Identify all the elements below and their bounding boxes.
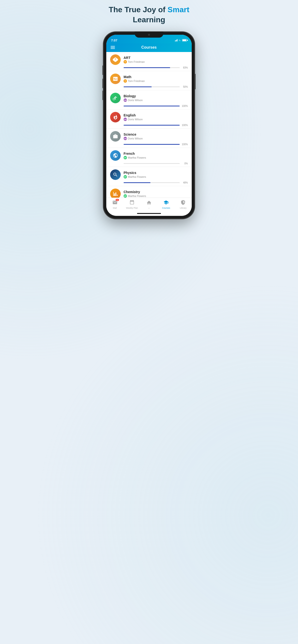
status-time: 7:07 [111, 38, 117, 42]
course-info: Chemistry MF Martha Flowers [123, 190, 188, 198]
course-icon-globe [110, 150, 121, 161]
nav-icon-mail: 11 [112, 200, 117, 206]
battery-icon [182, 39, 187, 42]
menu-icon[interactable] [111, 46, 115, 49]
bottom-nav: 11 Mail Weekly Plan • Courses Library [106, 198, 192, 212]
course-name: Math [123, 75, 188, 79]
course-info: Physics MF Martha Flowers [123, 171, 188, 178]
course-name: Chemistry [123, 190, 188, 194]
signal-bar-3 [176, 40, 177, 42]
course-top: Biology DW Doris Wilson [110, 93, 188, 103]
teacher-name: Martha Flowers [128, 176, 146, 178]
course-name: Physics [123, 171, 188, 175]
nav-item-weekly[interactable]: Weekly Plan [123, 200, 140, 209]
wifi-icon: ∿ [179, 39, 181, 42]
teacher-name: Doris Wilson [128, 137, 143, 140]
teacher-avatar: TF [123, 79, 127, 83]
course-icon-flame [110, 112, 121, 122]
nav-label-library: Library [180, 207, 187, 209]
progress-percentage: 0% [181, 162, 188, 165]
progress-row: 50% [110, 86, 188, 88]
nav-item-home[interactable]: • [140, 200, 158, 209]
course-teacher: DW Doris Wilson [123, 137, 188, 140]
course-info: ART TF Tom Friedman [123, 56, 188, 64]
course-info: French MF Martha Flowers [123, 152, 188, 159]
course-item[interactable]: French MF Martha Flowers 0% [106, 148, 192, 167]
progress-percentage: 100% [181, 124, 188, 126]
course-top: Science DW Doris Wilson [110, 131, 188, 142]
course-icon-keyboard [110, 74, 121, 84]
course-info: Biology DW Doris Wilson [123, 94, 188, 102]
course-top: Math TF Tom Friedman [110, 74, 188, 84]
signal-bar-4 [177, 39, 178, 42]
course-list[interactable]: ART TF Tom Friedman 83% Math TF Tom [106, 52, 192, 198]
teacher-name: Martha Flowers [128, 194, 146, 198]
course-icon-magnify [110, 170, 121, 180]
course-item[interactable]: Math TF Tom Friedman 50% [106, 71, 192, 90]
nav-icon-courses [163, 200, 169, 206]
progress-row: 100% [110, 105, 188, 107]
status-icons: ∿ [175, 39, 187, 42]
course-icon-chart [110, 188, 121, 198]
course-teacher: DW Doris Wilson [123, 118, 188, 121]
course-info: Math TF Tom Friedman [123, 75, 188, 83]
course-top: Chemistry MF Martha Flowers [110, 188, 188, 198]
nav-item-courses[interactable]: Courses [158, 200, 175, 209]
course-name: Biology [123, 94, 188, 98]
course-icon-briefcase [110, 131, 121, 142]
course-item[interactable]: Biology DW Doris Wilson 100% [106, 90, 192, 110]
progress-bar-bg [123, 125, 180, 126]
home-indicator [106, 212, 192, 216]
app-header: Courses [106, 43, 192, 52]
nav-home-dot: • [149, 207, 150, 209]
phone-screen: 7:07 ∿ [106, 35, 192, 216]
progress-bar-fill [123, 86, 152, 87]
course-icon-atom [110, 54, 121, 65]
teacher-name: Martha Flowers [128, 156, 146, 159]
menu-line-3 [111, 48, 115, 49]
progress-bar-bg [123, 86, 180, 87]
progress-bar-fill [123, 125, 180, 126]
course-top: Physics MF Martha Flowers [110, 170, 188, 180]
headline: The True Joy of Smart Learning [109, 5, 189, 25]
progress-bar-bg [123, 163, 180, 164]
progress-row: 0% [110, 162, 188, 165]
course-top: French MF Martha Flowers [110, 150, 188, 161]
progress-percentage: 50% [181, 86, 188, 88]
progress-row: 83% [110, 66, 188, 69]
nav-label-weekly: Weekly Plan [126, 207, 138, 209]
page-wrapper: The True Joy of Smart Learning 7:07 ∿ [91, 5, 207, 219]
phone-frame: 7:07 ∿ [103, 32, 195, 219]
notch [135, 32, 163, 38]
progress-percentage: 48% [181, 181, 188, 184]
progress-bar-bg [123, 67, 180, 68]
nav-label-mail: Mail [113, 207, 117, 209]
course-item[interactable]: ART TF Tom Friedman 83% [106, 52, 192, 71]
teacher-avatar: TF [123, 60, 127, 64]
course-item[interactable]: Science DW Doris Wilson 100% [106, 129, 192, 148]
nav-icon-home [146, 200, 152, 206]
progress-percentage: 83% [181, 66, 188, 69]
headline-text: The True Joy of [109, 5, 168, 14]
course-item[interactable]: Chemistry MF Martha Flowers 100% [106, 186, 192, 198]
course-item[interactable]: English DW Doris Wilson 100% [106, 110, 192, 129]
progress-bar-bg [123, 144, 180, 145]
nav-label-courses: Courses [162, 207, 170, 209]
course-teacher: MF Martha Flowers [123, 194, 188, 198]
nav-item-library[interactable]: Library [175, 200, 192, 209]
course-teacher: DW Doris Wilson [123, 98, 188, 102]
battery-fill [183, 40, 186, 41]
progress-percentage: 100% [181, 143, 188, 146]
progress-bar-fill [123, 182, 151, 183]
course-item[interactable]: Physics MF Martha Flowers 48% [106, 167, 192, 186]
course-name: Science [123, 132, 188, 136]
course-top: ART TF Tom Friedman [110, 54, 188, 65]
progress-bar-fill [123, 144, 180, 145]
teacher-avatar: DW [123, 137, 127, 140]
nav-item-mail[interactable]: 11 Mail [106, 200, 123, 209]
menu-line-2 [111, 47, 115, 48]
teacher-name: Doris Wilson [128, 118, 143, 121]
nav-icon-weekly [129, 200, 135, 206]
nav-badge: 11 [116, 199, 119, 201]
progress-bar-fill [123, 106, 180, 106]
